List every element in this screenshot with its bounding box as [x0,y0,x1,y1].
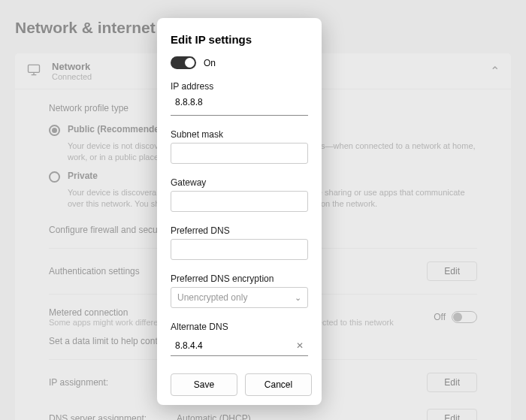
pref-dns-enc-label: Preferred DNS encryption [171,273,308,284]
modal-title: Edit IP settings [171,33,308,46]
input-value: 8.8.4.4 [175,340,203,351]
subnet-input[interactable] [171,143,308,164]
save-button[interactable]: Save [171,373,237,396]
pref-dns-input[interactable] [171,239,308,260]
ip-address-label: IP address [171,81,308,92]
toggle-on-label: On [204,58,216,68]
subnet-label: Subnet mask [171,129,308,140]
toggle-on-icon [171,56,196,69]
cancel-button[interactable]: Cancel [245,373,312,396]
select-value: Unencrypted only [177,292,247,303]
alt-dns-input[interactable]: 8.8.4.4✕ [171,335,308,356]
gateway-label: Gateway [171,177,308,188]
alt-dns-label: Alternate DNS [171,322,308,332]
clear-icon[interactable]: ✕ [296,340,304,351]
modal-toggle[interactable]: On [171,56,308,69]
pref-dns-label: Preferred DNS [171,225,308,236]
gateway-input[interactable] [171,191,308,212]
edit-ip-modal: Edit IP settings On IP address 8.8.8.8 S… [157,18,322,405]
chevron-down-icon: ⌄ [295,293,301,303]
ip-address-input[interactable]: 8.8.8.8 [171,95,308,116]
pref-dns-enc-select[interactable]: Unencrypted only⌄ [171,287,308,308]
modal-buttons: Save Cancel [171,366,319,396]
